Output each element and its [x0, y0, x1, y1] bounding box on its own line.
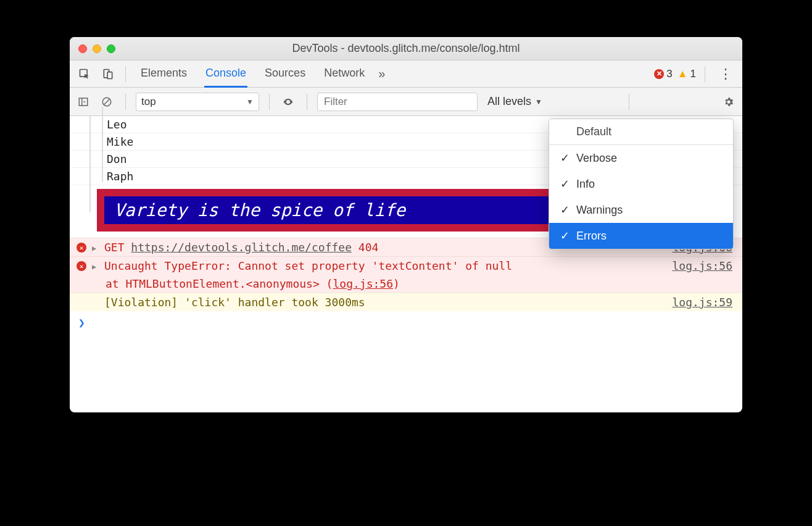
tree-item-label: Raph	[107, 170, 133, 183]
separator	[307, 94, 307, 110]
check-icon: ✓	[559, 203, 570, 217]
tree-item-label: Don	[107, 152, 127, 165]
check-icon: ✓	[559, 177, 570, 191]
check-icon: ✓	[559, 229, 570, 243]
filter-input[interactable]	[317, 93, 478, 111]
error-icon: ✕	[77, 261, 86, 271]
settings-menu-button[interactable]: ⋮	[714, 66, 737, 82]
check-icon: ✓	[559, 151, 570, 165]
context-selector[interactable]: top ▼	[136, 93, 259, 111]
inspect-element-icon[interactable]	[75, 64, 94, 84]
warning-count: 1	[690, 68, 696, 80]
warning-count-badge[interactable]: ▲ 1	[677, 68, 696, 80]
log-levels-dropdown[interactable]: All levels ▼	[487, 95, 542, 108]
svg-line-6	[104, 99, 110, 104]
tab-elements[interactable]: Elements	[139, 61, 188, 87]
option-label: Warnings	[576, 204, 623, 217]
warning-icon: ▲	[677, 68, 688, 80]
levels-label: All levels	[487, 95, 531, 108]
expand-toggle-icon[interactable]: ▶	[92, 241, 99, 253]
device-toggle-icon[interactable]	[98, 64, 118, 84]
error-icon: ✕	[654, 69, 664, 79]
tab-sources[interactable]: Sources	[263, 61, 307, 87]
levels-option-verbose[interactable]: ✓ Verbose	[549, 145, 733, 171]
stack-frame-suffix: )	[393, 277, 400, 290]
option-label: Errors	[576, 230, 607, 243]
titlebar: DevTools - devtools.glitch.me/console/lo…	[70, 37, 742, 61]
separator	[125, 94, 126, 110]
option-label: Verbose	[576, 152, 617, 165]
main-toolbar: Elements Console Sources Network » ✕ 3 ▲…	[70, 61, 742, 88]
levels-option-warnings[interactable]: ✓ Warnings	[549, 197, 733, 223]
panel-tabs: Elements Console Sources Network	[139, 61, 366, 87]
error-count-badge[interactable]: ✕ 3	[654, 68, 672, 80]
console-output: Leo Mike Don Raph Variety is the spice o…	[70, 116, 742, 412]
log-levels-menu: Default ✓ Verbose ✓ Info ✓ Warnings ✓ Er…	[549, 119, 734, 249]
violation-message: [Violation] 'click' handler took 3000ms	[104, 296, 667, 309]
chevron-down-icon: ▼	[535, 98, 542, 106]
separator	[705, 66, 705, 82]
svg-point-7	[288, 101, 289, 102]
devtools-window: DevTools - devtools.glitch.me/console/lo…	[70, 37, 742, 412]
error-icon: ✕	[77, 243, 86, 253]
source-link[interactable]: log.js:59	[672, 296, 736, 309]
window-title: DevTools - devtools.glitch.me/console/lo…	[70, 42, 742, 55]
levels-option-errors[interactable]: ✓ Errors	[549, 223, 733, 249]
tab-network[interactable]: Network	[323, 61, 366, 87]
clear-console-icon[interactable]	[98, 93, 115, 111]
live-expression-icon[interactable]	[280, 93, 297, 111]
levels-option-info[interactable]: ✓ Info	[549, 171, 733, 197]
error-count: 3	[666, 68, 672, 80]
svg-rect-2	[107, 72, 112, 78]
separator	[269, 94, 270, 110]
chevron-down-icon: ▼	[246, 98, 254, 106]
console-settings-icon[interactable]	[720, 93, 737, 111]
console-prompt[interactable]: ❯	[70, 311, 742, 334]
expand-toggle-icon[interactable]: ▶	[92, 259, 99, 271]
levels-option-default[interactable]: Default	[549, 119, 733, 144]
more-tabs-button[interactable]: »	[378, 67, 385, 81]
tree-item-label: Leo	[107, 118, 127, 131]
tree-guide	[89, 116, 91, 212]
svg-rect-3	[79, 98, 88, 106]
error-message: Uncaught TypeError: Cannot set property …	[104, 259, 667, 272]
console-error-row[interactable]: ✕ ▶ Uncaught TypeError: Cannot set prope…	[70, 256, 742, 293]
http-method: GET	[104, 241, 125, 254]
tab-console[interactable]: Console	[204, 61, 247, 88]
console-violation-row[interactable]: [Violation] 'click' handler took 3000ms …	[70, 293, 742, 311]
option-label: Default	[576, 125, 611, 138]
http-status: 404	[358, 241, 379, 254]
request-url[interactable]: https://devtools.glitch.me/coffee	[131, 241, 352, 254]
context-value: top	[141, 96, 156, 108]
toolbar-right: ✕ 3 ▲ 1 ⋮	[654, 66, 737, 82]
source-link[interactable]: log.js:56	[672, 259, 736, 272]
stack-frame-prefix: at HTMLButtonElement.<anonymous> (	[106, 277, 333, 290]
tree-item-label: Mike	[107, 135, 133, 148]
stack-frame-link[interactable]: log.js:56	[333, 277, 393, 290]
separator	[125, 66, 126, 82]
sidebar-toggle-icon[interactable]	[75, 93, 92, 111]
option-label: Info	[576, 178, 595, 191]
console-toolbar: top ▼ All levels ▼	[70, 88, 742, 116]
separator	[629, 94, 629, 110]
